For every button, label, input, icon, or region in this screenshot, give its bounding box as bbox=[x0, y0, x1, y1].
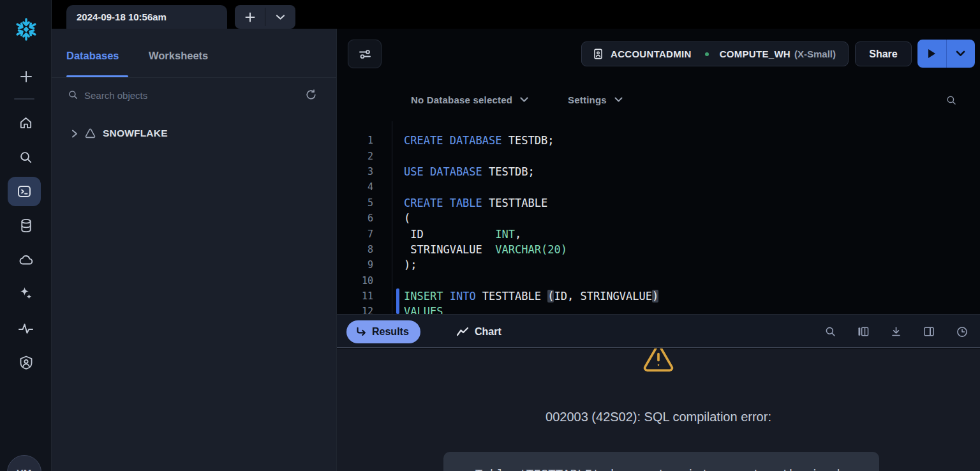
code-line: 11INSERT INTO TESTTABLE (ID, STRINGVALUE… bbox=[337, 288, 980, 304]
code-line: 5CREATE TABLE TESTTABLE bbox=[337, 195, 980, 211]
sidebar: VM bbox=[0, 0, 52, 471]
share-button[interactable]: Share bbox=[855, 41, 912, 66]
results-tab[interactable]: Results bbox=[346, 320, 420, 343]
sidebar-item-activity[interactable] bbox=[0, 322, 52, 336]
snowsight-app: VM 2024-09-18 10:56am Databases Workshee… bbox=[0, 0, 980, 471]
refresh-icon[interactable] bbox=[305, 89, 317, 101]
code-line-text: USE DATABASE TESTDB; bbox=[404, 165, 535, 178]
line-number: 1 bbox=[337, 135, 373, 146]
sidebar-item-admin[interactable] bbox=[0, 355, 52, 370]
worksheet-tab-title: 2024-09-18 10:56am bbox=[77, 11, 167, 22]
role-name: ACCOUNTADMIN bbox=[611, 49, 692, 59]
error-message-box: Table 'TESTTABLE' does not exist or not … bbox=[443, 452, 879, 471]
error-title: 002003 (42S02): SQL compilation error: bbox=[337, 410, 980, 424]
snowflake-logo[interactable] bbox=[0, 17, 52, 42]
play-icon bbox=[926, 48, 937, 59]
user-avatar[interactable]: VM bbox=[7, 455, 41, 471]
code-line: 9); bbox=[337, 257, 980, 273]
code-line-text: STRINGVALUE VARCHAR(20) bbox=[404, 243, 567, 256]
code-line-text: ID INT, bbox=[404, 228, 521, 241]
shield-user-icon bbox=[19, 355, 34, 370]
line-number: 10 bbox=[337, 275, 373, 287]
columns-button[interactable] bbox=[857, 325, 870, 338]
run-button[interactable] bbox=[917, 40, 946, 68]
object-search bbox=[52, 85, 336, 107]
code-lines: 1CREATE DATABASE TESTDB;23USE DATABASE T… bbox=[337, 133, 980, 314]
chevron-down-icon bbox=[520, 97, 528, 103]
line-number: 6 bbox=[337, 213, 373, 224]
line-number: 4 bbox=[337, 181, 373, 193]
chart-tab[interactable]: Chart bbox=[449, 320, 509, 343]
object-panel: Databases Worksheets SNOWFLAKE bbox=[52, 29, 337, 471]
editor-toolbar: ACCOUNTADMIN COMPUTE_WH (X-Small) Share bbox=[337, 29, 980, 78]
sidebar-item-home[interactable] bbox=[0, 116, 52, 130]
line-number: 7 bbox=[337, 228, 373, 240]
editor-column: ACCOUNTADMIN COMPUTE_WH (X-Small) Share … bbox=[337, 29, 980, 471]
line-number: 2 bbox=[337, 151, 373, 162]
tab-list-button[interactable] bbox=[265, 5, 295, 29]
download-button[interactable] bbox=[890, 325, 902, 338]
results-toolbar bbox=[824, 315, 969, 348]
active-tab-underline bbox=[66, 75, 128, 77]
line-number: 9 bbox=[337, 259, 373, 271]
tree-item-snowflake[interactable]: SNOWFLAKE bbox=[52, 124, 336, 142]
layout-split-button[interactable] bbox=[923, 325, 935, 338]
cloud-icon bbox=[19, 253, 34, 267]
search-icon bbox=[824, 325, 836, 338]
code-line: 7 ID INT, bbox=[337, 226, 980, 241]
sidebar-divider bbox=[14, 98, 34, 100]
layout-split-icon bbox=[923, 325, 935, 338]
sidebar-item-cloud[interactable] bbox=[0, 253, 52, 267]
tab-databases[interactable]: Databases bbox=[66, 50, 119, 62]
home-icon bbox=[19, 116, 33, 130]
activity-icon bbox=[18, 322, 34, 336]
code-editor[interactable]: 1CREATE DATABASE TESTDB;23USE DATABASE T… bbox=[337, 121, 980, 314]
database-object-icon bbox=[84, 127, 97, 140]
run-options-button[interactable] bbox=[947, 40, 976, 68]
search-icon bbox=[68, 89, 78, 100]
code-line-text: VALUES bbox=[404, 305, 443, 314]
warning-icon-wrap bbox=[337, 348, 980, 373]
history-button[interactable] bbox=[956, 325, 969, 338]
tab-bar: 2024-09-18 10:56am bbox=[52, 0, 980, 29]
sidebar-item-data[interactable] bbox=[0, 218, 52, 233]
editor-header: No Database selected Settings bbox=[337, 78, 980, 121]
code-line-text: INSERT INTO TESTTABLE (ID, STRINGVALUE) bbox=[404, 290, 658, 303]
error-message: Table 'TESTTABLE' does not exist or not … bbox=[475, 467, 847, 471]
columns-icon bbox=[857, 325, 870, 338]
filters-button[interactable] bbox=[348, 40, 382, 68]
search-icon bbox=[946, 94, 957, 106]
context-selector[interactable]: ACCOUNTADMIN COMPUTE_WH (X-Small) bbox=[581, 41, 849, 66]
status-dot bbox=[705, 52, 709, 56]
code-line: 6( bbox=[337, 211, 980, 226]
error-panel: 002003 (42S02): SQL compilation error: T… bbox=[337, 348, 980, 471]
line-number: 5 bbox=[337, 197, 373, 209]
chevron-right-icon[interactable] bbox=[70, 130, 78, 138]
worksheet-tab[interactable]: 2024-09-18 10:56am bbox=[66, 5, 227, 29]
trend-line-icon bbox=[456, 327, 469, 337]
code-line-text: ( bbox=[404, 212, 410, 225]
code-line: 4 bbox=[337, 179, 980, 195]
tab-worksheets[interactable]: Worksheets bbox=[149, 50, 208, 62]
line-number: 8 bbox=[337, 244, 373, 255]
new-worksheet-button[interactable] bbox=[0, 70, 52, 84]
sparkles-icon bbox=[19, 286, 34, 301]
sidebar-item-worksheets[interactable] bbox=[8, 177, 41, 206]
plus-icon bbox=[19, 70, 33, 84]
results-search-button[interactable] bbox=[824, 325, 836, 338]
new-tab-button[interactable] bbox=[235, 5, 265, 29]
search-input[interactable] bbox=[84, 86, 295, 104]
database-selector[interactable]: No Database selected bbox=[411, 94, 528, 105]
tree-item-label: SNOWFLAKE bbox=[103, 128, 168, 139]
editor-search-button[interactable] bbox=[946, 94, 957, 106]
settings-dropdown[interactable]: Settings bbox=[568, 94, 623, 105]
download-icon bbox=[890, 325, 902, 338]
results-tab-label: Results bbox=[372, 326, 409, 338]
code-line: 8 STRINGVALUE VARCHAR(20) bbox=[337, 242, 980, 257]
sidebar-item-search[interactable] bbox=[0, 150, 52, 165]
database-icon bbox=[19, 218, 33, 233]
database-selector-label: No Database selected bbox=[411, 94, 512, 105]
sidebar-item-ai[interactable] bbox=[0, 286, 52, 301]
chevron-down-icon bbox=[614, 97, 623, 103]
line-number: 3 bbox=[337, 166, 373, 177]
